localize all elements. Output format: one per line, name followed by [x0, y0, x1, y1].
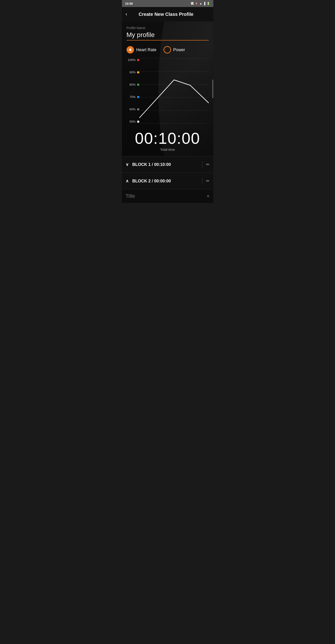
gridline-60: [139, 110, 209, 110]
timer-display: 00:10:00: [126, 130, 209, 146]
timer-section: 00:10:00 Total time: [126, 123, 209, 156]
radio-circle-power: [164, 46, 171, 54]
header: ‹ Create New Class Profile: [122, 7, 213, 22]
gridline-100: [139, 58, 209, 58]
block-2-edit-icon[interactable]: ✏: [206, 178, 210, 184]
title-row: ×: [126, 193, 210, 199]
status-bar: 10:58 🖼 🔇 ▲ ▐ 🔋: [122, 0, 213, 7]
y-label-100: 100%: [128, 58, 139, 62]
heart-rate-label: Heart Rate: [136, 48, 156, 52]
block-2-expanded: ×: [122, 189, 213, 203]
block-title-input[interactable]: [126, 193, 207, 199]
power-label: Power: [173, 48, 185, 52]
block-1-divider: [202, 161, 202, 168]
radio-power[interactable]: Power: [164, 46, 185, 54]
wifi-icon: ▲: [199, 2, 202, 5]
chart-gridlines: [139, 58, 209, 123]
status-time: 10:58: [125, 2, 133, 5]
signal-icon: ▐: [203, 2, 206, 5]
dot-70: [137, 96, 139, 98]
dot-90: [137, 71, 139, 74]
block-2-chevron: ∧: [126, 178, 129, 184]
dot-100: [137, 59, 139, 61]
mute-icon: 🔇: [195, 2, 198, 5]
profile-name-section: Profile Name: [126, 26, 209, 40]
heart-rate-chart: 100% 90% 80% 70% 60%: [126, 58, 209, 123]
status-icons: 🖼 🔇 ▲ ▐ 🔋: [191, 2, 210, 5]
block-1-edit-icon[interactable]: ✏: [206, 162, 210, 167]
y-label-50: 50%: [129, 120, 139, 123]
profile-name-label: Profile Name: [126, 26, 209, 30]
radio-circle-heart-rate: [126, 46, 134, 54]
battery-icon: 🔋: [206, 2, 210, 5]
page-title: Create New Class Profile: [130, 12, 203, 17]
dot-80: [137, 84, 139, 86]
block-1-title: BLOCK 1 / 00:10:00: [132, 162, 202, 167]
gridline-70: [139, 97, 209, 98]
profile-name-input[interactable]: [126, 31, 209, 40]
dot-50: [137, 120, 139, 123]
radio-options-row: Heart Rate Power: [126, 46, 209, 54]
back-button[interactable]: ‹: [126, 11, 127, 17]
close-button[interactable]: ×: [207, 194, 210, 199]
gridline-90: [139, 71, 209, 72]
y-label-80: 80%: [129, 83, 139, 86]
radio-heart-rate[interactable]: Heart Rate: [126, 46, 156, 54]
main-content: Profile Name Heart Rate Power 100%: [122, 22, 213, 156]
block-1-row[interactable]: ∨ BLOCK 1 / 00:10:00 ✏: [122, 156, 213, 173]
y-label-90: 90%: [129, 70, 139, 74]
y-axis: 100% 90% 80% 70% 60%: [126, 58, 139, 123]
dot-60: [137, 108, 139, 110]
gridline-80: [139, 84, 209, 84]
block-1-chevron: ∨: [126, 162, 129, 167]
content-inner: Profile Name Heart Rate Power 100%: [122, 22, 213, 156]
scrollbar[interactable]: [212, 80, 213, 98]
chart-line-area: [139, 58, 209, 123]
image-icon: 🖼: [191, 2, 194, 5]
blocks-section: ∨ BLOCK 1 / 00:10:00 ✏ ∧ BLOCK 2 / 00:00…: [122, 156, 213, 203]
block-2-title: BLOCK 2 / 00:00:00: [132, 179, 202, 184]
y-label-70: 70%: [129, 95, 139, 99]
block-2-divider: [202, 178, 202, 184]
block-2-row[interactable]: ∧ BLOCK 2 / 00:00:00 ✏: [122, 173, 213, 189]
y-label-60: 60%: [129, 108, 139, 111]
timer-label: Total time: [126, 148, 209, 152]
gridline-50: [139, 123, 209, 124]
